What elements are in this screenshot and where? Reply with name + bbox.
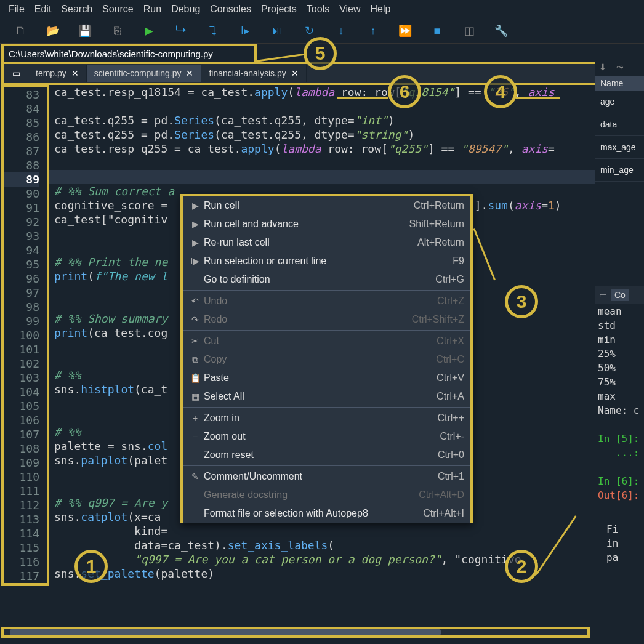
- var-row[interactable]: data: [595, 113, 644, 136]
- run-icon: ▶: [189, 219, 201, 229]
- stop-icon[interactable]: ■: [431, 25, 443, 37]
- step-out-icon[interactable]: ↑: [367, 25, 379, 37]
- console-line: [595, 417, 644, 432]
- comment/uncomment-icon: ✎: [189, 472, 201, 481]
- console-line: Name: c: [595, 403, 644, 417]
- annotation-1: 1: [74, 550, 108, 583]
- annotation-4: 4: [484, 75, 517, 108]
- copy-icon: ⧉: [189, 355, 201, 365]
- console-line: 25%: [595, 347, 644, 361]
- annotation-5: 5: [304, 37, 337, 70]
- console-tab[interactable]: Co: [611, 289, 629, 301]
- save-all-icon[interactable]: ⎘: [111, 25, 123, 37]
- run-cell-icon[interactable]: ⮡: [175, 25, 187, 37]
- annotation-2: 2: [505, 550, 538, 583]
- var-row[interactable]: min_age: [595, 159, 644, 182]
- console-line: min: [595, 332, 644, 347]
- menu-tools[interactable]: Tools: [303, 2, 333, 16]
- menu-help[interactable]: Help: [367, 2, 395, 16]
- var-row[interactable]: max_age: [595, 136, 644, 159]
- context-menu: ▶Run cellCtrl+Return▶Run cell and advanc…: [180, 194, 473, 523]
- menu-item-re-run-last-cell[interactable]: ▶Re-run last cellAlt+Return: [183, 233, 470, 252]
- menu-projects[interactable]: Projects: [257, 2, 300, 16]
- var-row[interactable]: age: [595, 91, 644, 113]
- menu-item-run-cell-and-advance[interactable]: ▶Run cell and advanceShift+Return: [183, 215, 470, 233]
- step-over-icon[interactable]: ↻: [303, 25, 315, 37]
- continue-icon[interactable]: ⏩: [399, 25, 411, 37]
- select-icon: ▦: [189, 392, 201, 401]
- step-in-icon[interactable]: ↓: [335, 25, 347, 37]
- zoom-icon: −: [189, 432, 201, 441]
- console-line: 75%: [595, 375, 644, 389]
- menu-item-run-selection-or-current-line[interactable]: I▶Run selection or current lineF9: [183, 252, 470, 270]
- menu-item-comment-uncomment[interactable]: ✎Comment/UncommentCtrl+1: [183, 467, 470, 486]
- menu-run[interactable]: Run: [140, 2, 165, 16]
- console-tab-icon[interactable]: ▭: [599, 290, 607, 300]
- redo-icon: ↷: [189, 315, 201, 324]
- console-line: 50%: [595, 361, 644, 375]
- zoom-icon: +: [189, 413, 201, 423]
- menu-item-copy: ⧉CopyCtrl+C: [183, 350, 470, 369]
- menu-item-paste[interactable]: 📋PasteCtrl+V: [183, 369, 470, 387]
- menu-search[interactable]: Search: [57, 2, 96, 16]
- menu-debug[interactable]: Debug: [167, 2, 204, 16]
- close-icon[interactable]: ✕: [186, 68, 193, 78]
- prefs-icon[interactable]: 🔧: [495, 25, 507, 37]
- run-cell-advance-icon[interactable]: ⮧: [207, 25, 219, 37]
- menu-item-select-all[interactable]: ▦Select AllCtrl+A: [183, 387, 470, 406]
- var-explorer-header[interactable]: Name: [595, 76, 644, 91]
- menu-source[interactable]: Source: [99, 2, 137, 16]
- annotation-3: 3: [505, 285, 538, 318]
- console-line: Out[6]:: [595, 488, 644, 502]
- tab-temp-py[interactable]: temp.py✕: [28, 65, 87, 82]
- menu-item-zoom-reset[interactable]: Zoom resetCtrl+0: [183, 446, 470, 464]
- menu-item-format-file-or-selection-with-autopep8[interactable]: Format file or selection with Autopep8Ct…: [183, 504, 470, 523]
- console-line: max: [595, 389, 644, 403]
- menu-item-zoom-out[interactable]: −Zoom outCtrl+-: [183, 427, 470, 446]
- run-icon: ▶: [189, 201, 201, 211]
- line-number-gutter: 8384858687888990919293949596979899100101…: [1, 85, 49, 586]
- menu-item-generate-docstring: Generate docstringCtrl+Alt+D: [183, 486, 470, 504]
- new-file-icon[interactable]: 🗋: [15, 25, 27, 37]
- console-line: In [5]:: [595, 432, 644, 446]
- menu-bar: FileEditSearchSourceRunDebugConsolesProj…: [0, 0, 644, 18]
- horizontal-scrollbar[interactable]: [1, 627, 590, 638]
- menu-file[interactable]: File: [5, 2, 28, 16]
- undo-icon: ↶: [189, 296, 201, 306]
- menu-item-run-cell[interactable]: ▶Run cellCtrl+Return: [183, 196, 470, 215]
- menu-item-cut: ✂CutCtrl+X: [183, 332, 470, 350]
- menu-item-zoom-in[interactable]: +Zoom inCtrl++: [183, 409, 470, 427]
- console-line: ...:: [595, 446, 644, 460]
- menu-item-redo: ↷RedoCtrl+Shift+Z: [183, 310, 470, 329]
- menu-item-undo: ↶UndoCtrl+Z: [183, 292, 470, 310]
- file-path: C:\Users\white\Downloads\scientific-comp…: [1, 44, 257, 62]
- console-line: In [6]:: [595, 474, 644, 488]
- close-icon[interactable]: ✕: [71, 68, 79, 78]
- run-icon[interactable]: ▶: [143, 25, 155, 37]
- layout-icon[interactable]: ◫: [463, 25, 475, 37]
- run-icon: I▶: [189, 256, 201, 266]
- console-line: std: [595, 318, 644, 332]
- re-run-icon: ▶: [189, 238, 201, 248]
- tab-scientific-computing-py[interactable]: scientific-computing.py✕: [87, 65, 202, 82]
- open-icon[interactable]: 📂: [47, 25, 59, 37]
- console-line: [595, 460, 644, 474]
- menu-edit[interactable]: Edit: [31, 2, 55, 16]
- tab-browse-icon[interactable]: ▭: [4, 64, 28, 83]
- save-icon[interactable]: 💾: [79, 25, 91, 37]
- right-pane: ⬇ ⤳ Name agedatamax_agemin_age ▭Co means…: [595, 58, 644, 637]
- menu-consoles[interactable]: Consoles: [206, 2, 255, 16]
- console-line: mean: [595, 304, 644, 318]
- run-line-icon[interactable]: I▸: [239, 25, 251, 37]
- annotation-6: 6: [388, 75, 421, 108]
- close-icon[interactable]: ✕: [291, 68, 299, 78]
- debug-icon[interactable]: ⏯: [271, 25, 283, 37]
- tab-financial-analysis-py[interactable]: financial-analysis.py✕: [201, 65, 306, 82]
- menu-view[interactable]: View: [336, 2, 364, 16]
- cut-icon: ✂: [189, 336, 201, 346]
- menu-item-go-to-definition[interactable]: Go to definitionCtrl+G: [183, 270, 470, 289]
- paste-icon: 📋: [189, 373, 201, 383]
